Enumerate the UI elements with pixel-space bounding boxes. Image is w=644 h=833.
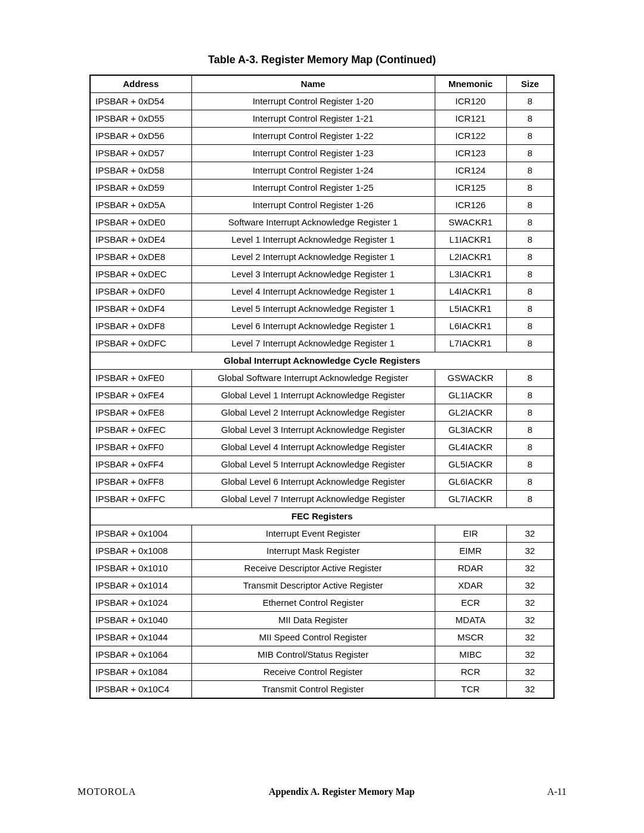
section-label: Global Interrupt Acknowledge Cycle Regis… xyxy=(90,352,554,370)
cell-mnemonic: MDATA xyxy=(435,612,506,629)
cell-mnemonic: ICR121 xyxy=(435,110,506,128)
cell-size: 8 xyxy=(506,110,554,128)
cell-size: 8 xyxy=(506,335,554,352)
cell-size: 8 xyxy=(506,93,554,110)
table-row: IPSBAR + 0xDF4Level 5 Interrupt Acknowle… xyxy=(90,301,554,318)
cell-size: 8 xyxy=(506,128,554,145)
table-row: IPSBAR + 0x1044MII Speed Control Registe… xyxy=(90,629,554,646)
cell-mnemonic: L1IACKR1 xyxy=(435,231,506,249)
cell-address: IPSBAR + 0xFE0 xyxy=(90,370,191,387)
cell-address: IPSBAR + 0xD57 xyxy=(90,145,191,162)
col-header-address: Address xyxy=(90,75,191,93)
register-memory-map-table: Address Name Mnemonic Size IPSBAR + 0xD5… xyxy=(89,75,555,699)
table-row: IPSBAR + 0xFE8Global Level 2 Interrupt A… xyxy=(90,404,554,422)
cell-mnemonic: RDAR xyxy=(435,560,506,577)
cell-name: Receive Descriptor Active Register xyxy=(191,560,435,577)
cell-size: 32 xyxy=(506,664,554,681)
cell-address: IPSBAR + 0xDF4 xyxy=(90,301,191,318)
cell-size: 8 xyxy=(506,439,554,456)
footer-brand: MOTOROLA xyxy=(78,786,136,797)
cell-mnemonic: GL3IACKR xyxy=(435,422,506,439)
table-row: IPSBAR + 0xDF0Level 4 Interrupt Acknowle… xyxy=(90,283,554,301)
col-header-mnemonic: Mnemonic xyxy=(435,75,506,93)
cell-name: Ethernet Control Register xyxy=(191,594,435,612)
cell-mnemonic: ICR120 xyxy=(435,93,506,110)
table-row: IPSBAR + 0xD59Interrupt Control Register… xyxy=(90,179,554,197)
cell-size: 8 xyxy=(506,422,554,439)
cell-address: IPSBAR + 0x1024 xyxy=(90,594,191,612)
cell-mnemonic: GL5IACKR xyxy=(435,456,506,473)
cell-mnemonic: MSCR xyxy=(435,629,506,646)
table-row: IPSBAR + 0xD55Interrupt Control Register… xyxy=(90,110,554,128)
cell-name: Global Level 6 Interrupt Acknowledge Reg… xyxy=(191,473,435,491)
cell-mnemonic: GSWACKR xyxy=(435,370,506,387)
cell-size: 8 xyxy=(506,249,554,266)
cell-mnemonic: L6IACKR1 xyxy=(435,318,506,335)
cell-mnemonic: GL1IACKR xyxy=(435,387,506,404)
cell-size: 32 xyxy=(506,543,554,560)
table-row: IPSBAR + 0xDE8Level 2 Interrupt Acknowle… xyxy=(90,249,554,266)
page: Table A-3. Register Memory Map (Continue… xyxy=(0,0,644,833)
table-section-row: Global Interrupt Acknowledge Cycle Regis… xyxy=(90,352,554,370)
cell-size: 32 xyxy=(506,629,554,646)
cell-mnemonic: L4IACKR1 xyxy=(435,283,506,301)
cell-address: IPSBAR + 0xD54 xyxy=(90,93,191,110)
cell-mnemonic: ICR122 xyxy=(435,128,506,145)
table-row: IPSBAR + 0xFECGlobal Level 3 Interrupt A… xyxy=(90,422,554,439)
cell-address: IPSBAR + 0xFE8 xyxy=(90,404,191,422)
table-row: IPSBAR + 0x1040MII Data RegisterMDATA32 xyxy=(90,612,554,629)
table-section-row: FEC Registers xyxy=(90,508,554,525)
table-row: IPSBAR + 0xFFCGlobal Level 7 Interrupt A… xyxy=(90,491,554,508)
cell-size: 8 xyxy=(506,231,554,249)
table-row: IPSBAR + 0x1010Receive Descriptor Active… xyxy=(90,560,554,577)
cell-mnemonic: MIBC xyxy=(435,646,506,664)
cell-mnemonic: L5IACKR1 xyxy=(435,301,506,318)
cell-name: MII Data Register xyxy=(191,612,435,629)
cell-size: 32 xyxy=(506,681,554,699)
table-caption: Table A-3. Register Memory Map (Continue… xyxy=(89,54,555,66)
cell-name: Level 1 Interrupt Acknowledge Register 1 xyxy=(191,231,435,249)
cell-size: 32 xyxy=(506,646,554,664)
table-row: IPSBAR + 0x1084Receive Control RegisterR… xyxy=(90,664,554,681)
cell-size: 32 xyxy=(506,577,554,594)
cell-mnemonic: GL2IACKR xyxy=(435,404,506,422)
cell-address: IPSBAR + 0x1040 xyxy=(90,612,191,629)
cell-mnemonic: RCR xyxy=(435,664,506,681)
table-row: IPSBAR + 0xFE4Global Level 1 Interrupt A… xyxy=(90,387,554,404)
cell-size: 8 xyxy=(506,214,554,231)
cell-size: 32 xyxy=(506,560,554,577)
cell-size: 8 xyxy=(506,456,554,473)
table-row: IPSBAR + 0x1008Interrupt Mask RegisterEI… xyxy=(90,543,554,560)
table-row: IPSBAR + 0xD56Interrupt Control Register… xyxy=(90,128,554,145)
cell-name: Interrupt Mask Register xyxy=(191,543,435,560)
cell-address: IPSBAR + 0x1008 xyxy=(90,543,191,560)
cell-size: 8 xyxy=(506,473,554,491)
table-row: IPSBAR + 0xFF0Global Level 4 Interrupt A… xyxy=(90,439,554,456)
cell-mnemonic: ICR126 xyxy=(435,197,506,214)
table-row: IPSBAR + 0x1014Transmit Descriptor Activ… xyxy=(90,577,554,594)
cell-address: IPSBAR + 0xDE8 xyxy=(90,249,191,266)
cell-name: Interrupt Event Register xyxy=(191,525,435,543)
cell-name: Interrupt Control Register 1-23 xyxy=(191,145,435,162)
cell-name: Level 3 Interrupt Acknowledge Register 1 xyxy=(191,266,435,283)
cell-size: 8 xyxy=(506,318,554,335)
cell-mnemonic: ECR xyxy=(435,594,506,612)
cell-size: 8 xyxy=(506,387,554,404)
cell-size: 8 xyxy=(506,491,554,508)
cell-name: Interrupt Control Register 1-21 xyxy=(191,110,435,128)
cell-name: Global Level 4 Interrupt Acknowledge Reg… xyxy=(191,439,435,456)
cell-name: Software Interrupt Acknowledge Register … xyxy=(191,214,435,231)
cell-address: IPSBAR + 0xDF0 xyxy=(90,283,191,301)
cell-name: Interrupt Control Register 1-20 xyxy=(191,93,435,110)
cell-mnemonic: ICR123 xyxy=(435,145,506,162)
table-row: IPSBAR + 0x1064MIB Control/Status Regist… xyxy=(90,646,554,664)
cell-address: IPSBAR + 0xFEC xyxy=(90,422,191,439)
cell-address: IPSBAR + 0x1084 xyxy=(90,664,191,681)
cell-mnemonic: L2IACKR1 xyxy=(435,249,506,266)
cell-name: MII Speed Control Register xyxy=(191,629,435,646)
cell-mnemonic: ICR125 xyxy=(435,179,506,197)
cell-address: IPSBAR + 0xDFC xyxy=(90,335,191,352)
table-row: IPSBAR + 0xDF8Level 6 Interrupt Acknowle… xyxy=(90,318,554,335)
cell-size: 8 xyxy=(506,301,554,318)
cell-mnemonic: EIR xyxy=(435,525,506,543)
